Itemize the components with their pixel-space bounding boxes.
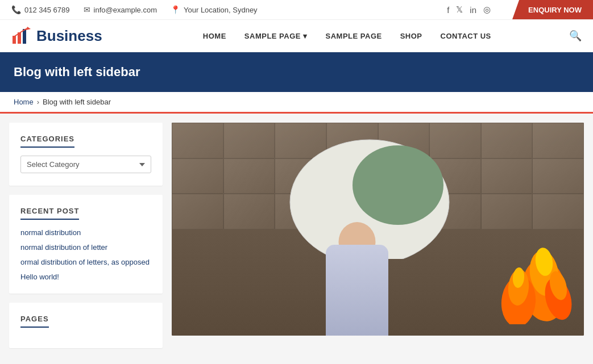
header: Business HOME SAMPLE PAGE ▾ SAMPLE PAGE … xyxy=(0,20,593,52)
list-item: normal distribution of letter xyxy=(20,242,151,252)
list-item: ormal distribution of letters, as oppose… xyxy=(20,257,151,266)
breadcrumb: Home › Blog with left sidebar xyxy=(0,92,593,114)
instagram-icon[interactable]: ◎ xyxy=(483,5,491,15)
main-wrapper: CATEGORIES Select Category Uncategorized… xyxy=(0,114,593,357)
performer-figure xyxy=(312,199,403,336)
performer-body xyxy=(326,245,388,336)
stone-block xyxy=(532,123,584,158)
flame-decorations xyxy=(482,188,573,324)
stone-block xyxy=(223,123,275,158)
email-icon: ✉ xyxy=(84,5,90,14)
email-contact: ✉ info@example.com xyxy=(84,5,157,14)
featured-image xyxy=(172,123,584,336)
social-icons: f 𝕏 in ◎ xyxy=(447,5,491,15)
breadcrumb-separator: › xyxy=(37,98,39,106)
top-bar-contacts: 📞 012 345 6789 ✉ info@example.com 📍 Your… xyxy=(11,5,447,14)
categories-widget: CATEGORIES Select Category Uncategorized xyxy=(9,123,163,186)
stone-block xyxy=(172,123,223,158)
nav-contact-us[interactable]: CONTACT US xyxy=(432,27,500,45)
nav-sample-page-2[interactable]: SAMPLE PAGE xyxy=(317,27,391,45)
list-item: Hello world! xyxy=(20,272,151,281)
stone-block xyxy=(172,158,223,194)
logo-icon xyxy=(11,26,32,46)
recent-post-list: normal distribution normal distribution … xyxy=(20,228,151,281)
top-bar: 📞 012 345 6789 ✉ info@example.com 📍 Your… xyxy=(0,0,593,20)
location-text: Your Location, Sydney xyxy=(184,6,258,14)
logo-text: Business xyxy=(36,27,102,45)
phone-contact: 📞 012 345 6789 xyxy=(11,5,70,14)
breadcrumb-home[interactable]: Home xyxy=(14,98,34,106)
location-contact: 📍 Your Location, Sydney xyxy=(171,5,258,14)
recent-post-link-1[interactable]: normal distribution xyxy=(20,228,81,237)
categories-select[interactable]: Select Category Uncategorized xyxy=(20,156,151,173)
logo[interactable]: Business xyxy=(11,26,102,46)
stone-block xyxy=(481,123,533,158)
nav-shop[interactable]: SHOP xyxy=(391,27,432,45)
enquiry-button[interactable]: ENQUIRY NOW xyxy=(512,0,593,19)
scene xyxy=(172,123,584,336)
linkedin-icon[interactable]: in xyxy=(470,5,476,15)
recent-post-link-3[interactable]: ormal distribution of letters, as oppose… xyxy=(20,258,150,266)
email-address: info@example.com xyxy=(94,6,157,14)
dropdown-arrow-icon: ▾ xyxy=(303,32,308,40)
search-icon[interactable]: 🔍 xyxy=(569,30,582,42)
location-icon: 📍 xyxy=(171,5,180,14)
recent-post-title: RECENT POST xyxy=(20,207,79,220)
page-title: Blog with left sidebar xyxy=(14,65,579,80)
svg-marker-3 xyxy=(26,27,31,30)
recent-post-widget: RECENT POST normal distribution normal d… xyxy=(9,195,163,294)
stone-block xyxy=(223,158,275,194)
twitter-icon[interactable]: 𝕏 xyxy=(456,5,463,15)
page-title-banner: Blog with left sidebar xyxy=(0,52,593,92)
categories-title: CATEGORIES xyxy=(20,135,74,148)
list-item: normal distribution xyxy=(20,228,151,237)
phone-icon: 📞 xyxy=(11,5,21,14)
recent-post-link-4[interactable]: Hello world! xyxy=(20,273,59,281)
sidebar: CATEGORIES Select Category Uncategorized… xyxy=(9,123,163,348)
pages-title: PAGES xyxy=(20,315,49,328)
nav-sample-page-1[interactable]: SAMPLE PAGE ▾ xyxy=(235,27,317,45)
recent-post-link-2[interactable]: normal distribution of letter xyxy=(20,243,107,252)
phone-number: 012 345 6789 xyxy=(24,6,70,14)
breadcrumb-current: Blog with left sidebar xyxy=(43,98,111,106)
pages-widget: PAGES xyxy=(9,303,163,348)
nav-home[interactable]: HOME xyxy=(194,27,235,45)
content-area xyxy=(172,123,584,348)
stone-block xyxy=(223,194,275,229)
main-nav: HOME SAMPLE PAGE ▾ SAMPLE PAGE SHOP CONT… xyxy=(125,27,569,45)
stone-block xyxy=(172,194,223,229)
facebook-icon[interactable]: f xyxy=(447,5,449,15)
